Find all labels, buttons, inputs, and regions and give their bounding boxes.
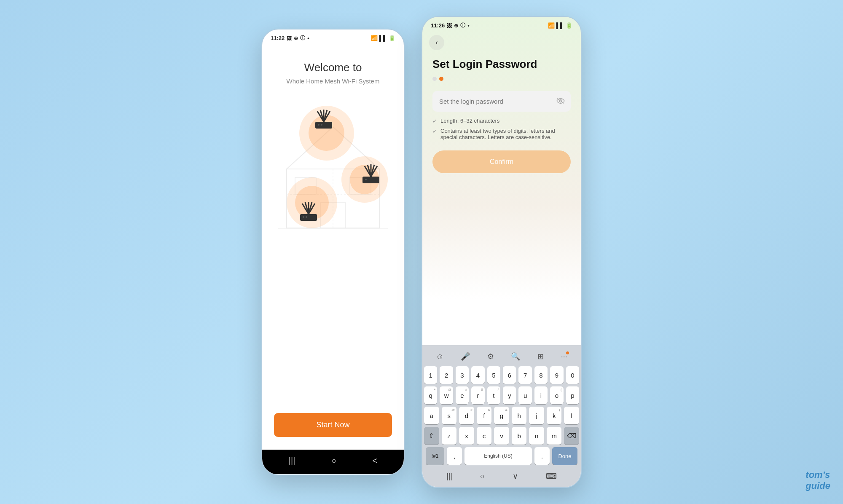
asdf-row: a s@ d# f$ g& h j k) l: [424, 407, 579, 424]
more-toolbar-btn[interactable]: ···: [558, 351, 571, 363]
kb-key-d[interactable]: d#: [459, 407, 474, 424]
kb-key-u[interactable]: u: [518, 386, 532, 404]
kb-key-2[interactable]: 2: [440, 366, 453, 384]
delete-key[interactable]: ⌫: [564, 427, 579, 445]
kb-key-z[interactable]: z: [442, 427, 457, 445]
qwerty-row: q+ w@ e# r$ t/ y u i o( p: [424, 386, 579, 404]
check-icon-1: ✓: [432, 118, 437, 124]
space-key[interactable]: English (US): [464, 447, 532, 465]
confirm-button[interactable]: Confirm: [432, 150, 571, 173]
done-key[interactable]: Done: [552, 447, 577, 465]
home-nav-btn-1[interactable]: ○: [331, 456, 336, 466]
kb-key-e[interactable]: e#: [456, 386, 469, 404]
battery-icon: 🔋: [389, 35, 395, 41]
progress-dots: [432, 77, 571, 81]
validation-rules: ✓ Length: 6–32 characters ✓ Contains at …: [432, 118, 571, 140]
kb-key-9[interactable]: 9: [550, 366, 563, 384]
symbol-key[interactable]: !#1: [426, 447, 444, 465]
wifi-icon: 📶: [371, 35, 378, 41]
kb-key-4[interactable]: 4: [471, 366, 484, 384]
rule-text-2: Contains at least two types of digits, l…: [440, 128, 571, 140]
svg-point-21: [365, 179, 367, 180]
start-now-button[interactable]: Start Now: [274, 413, 392, 437]
kb-key-p[interactable]: p: [566, 386, 579, 404]
back-button[interactable]: ‹: [429, 35, 444, 50]
battery-icon-2: 🔋: [566, 22, 572, 29]
rule-item-1: ✓ Length: 6–32 characters: [432, 118, 571, 124]
svg-point-13: [318, 124, 319, 126]
password-input[interactable]: [432, 91, 571, 112]
eye-toggle-icon[interactable]: [556, 97, 565, 106]
password-input-row: [432, 91, 571, 112]
info-icon: ⓘ: [300, 35, 305, 42]
kb-key-k[interactable]: k): [547, 407, 562, 424]
kb-key-1[interactable]: 1: [424, 366, 437, 384]
svg-point-28: [303, 216, 304, 218]
bottom-nav-2: ||| ○ ∨ ⌨: [424, 467, 579, 485]
welcome-top: Welcome to Whole Home Mesh Wi-Fi System: [287, 61, 380, 102]
back-nav-btn-1[interactable]: <: [373, 456, 378, 466]
kb-key-y[interactable]: y: [503, 386, 516, 404]
kb-key-7[interactable]: 7: [518, 366, 532, 384]
kb-key-3[interactable]: 3: [456, 366, 469, 384]
kb-key-i[interactable]: i: [534, 386, 548, 404]
kb-key-0[interactable]: 0: [566, 366, 579, 384]
kb-key-m[interactable]: m: [547, 427, 562, 445]
kb-key-o[interactable]: o(: [550, 386, 563, 404]
kb-key-c[interactable]: c: [477, 427, 492, 445]
status-right-2: 📶 ▌▌ 🔋: [548, 22, 572, 29]
kb-key-r[interactable]: r$: [471, 386, 484, 404]
check-icon-2: ✓: [432, 128, 437, 134]
kb-key-h[interactable]: h: [512, 407, 527, 424]
sync-icon-2: ⊕: [454, 23, 458, 29]
period-key[interactable]: .: [534, 447, 550, 465]
comma-key[interactable]: ,: [447, 447, 462, 465]
bottom-keyboard-row: !#1 , English (US) . Done: [424, 447, 579, 465]
shift-key[interactable]: ⇧: [424, 427, 439, 445]
time-display-1: 11:22: [271, 35, 285, 41]
number-row: 1 2 3 4 5 6 7 8 9 0: [424, 366, 579, 384]
status-left-2: 11:26 🖼 ⊕ ⓘ •: [431, 22, 470, 29]
toms-guide-watermark: tom's guide: [805, 469, 830, 491]
translate-toolbar-btn[interactable]: ⊞: [534, 350, 547, 363]
chevron-nav-btn-2[interactable]: ∨: [513, 472, 518, 481]
kb-key-n[interactable]: n: [529, 427, 544, 445]
menu-nav-btn-2[interactable]: |||: [446, 472, 452, 481]
router-icon-1: [311, 109, 336, 132]
kb-key-v[interactable]: v: [494, 427, 509, 445]
kb-key-5[interactable]: 5: [487, 366, 500, 384]
kb-key-x[interactable]: x: [459, 427, 474, 445]
welcome-main: Welcome to Whole Home Mesh Wi-Fi System: [262, 44, 404, 450]
kb-key-6[interactable]: 6: [503, 366, 516, 384]
kb-key-t[interactable]: t/: [487, 386, 500, 404]
kb-key-j[interactable]: j: [529, 407, 544, 424]
status-left-1: 11:22 🖼 ⊕ ⓘ •: [271, 35, 309, 42]
kb-key-8[interactable]: 8: [534, 366, 548, 384]
home-nav-btn-2[interactable]: ○: [480, 472, 485, 481]
spacer: [422, 182, 581, 345]
toms-guide-line1: tom's: [805, 469, 830, 480]
kb-key-g[interactable]: g&: [494, 407, 509, 424]
kb-key-b[interactable]: b: [512, 427, 527, 445]
menu-nav-btn-1[interactable]: |||: [289, 456, 295, 466]
kb-key-q[interactable]: q+: [424, 386, 437, 404]
kb-key-s[interactable]: s@: [442, 407, 457, 424]
search-toolbar-btn[interactable]: 🔍: [507, 350, 524, 363]
settings-toolbar-btn[interactable]: ⚙: [484, 350, 497, 363]
zxcv-row: ⇧ z x c v b n m ⌫: [424, 427, 579, 445]
progress-dot-1: [432, 77, 437, 81]
welcome-subtitle: Whole Home Mesh Wi-Fi System: [287, 78, 380, 85]
kb-key-l[interactable]: l: [564, 407, 579, 424]
kb-key-a[interactable]: a: [424, 407, 439, 424]
kb-key-f[interactable]: f$: [477, 407, 492, 424]
emoji-toolbar-btn[interactable]: ☺: [432, 351, 447, 363]
photo-icon-2: 🖼: [447, 23, 452, 29]
rule-text-1: Length: 6–32 characters: [440, 118, 499, 124]
mic-toolbar-btn[interactable]: 🎤: [457, 350, 473, 363]
keyboard-nav-btn-2[interactable]: ⌨: [546, 472, 557, 481]
kb-key-w[interactable]: w@: [440, 386, 453, 404]
photo-icon: 🖼: [287, 35, 292, 41]
bottom-nav-1: ||| ○ <: [262, 450, 404, 474]
phone-password-screen: 11:26 🖼 ⊕ ⓘ • 📶 ▌▌ 🔋 ‹ Set Login Passwor…: [422, 16, 582, 488]
signal-icon: ▌▌: [379, 35, 387, 41]
